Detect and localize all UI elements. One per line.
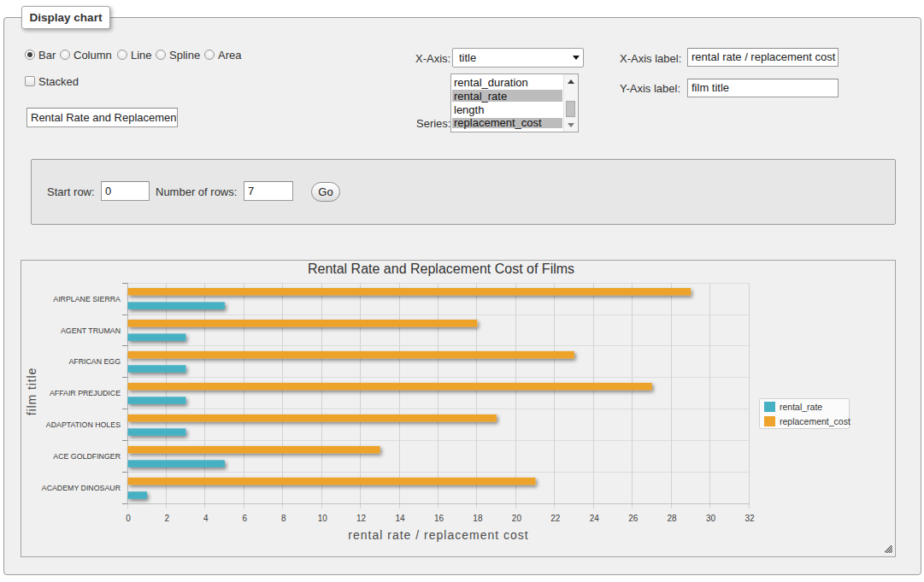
svg-text:Rental Rate and Replacement Co: Rental Rate and Replacement Cost of Film… xyxy=(308,262,574,276)
svg-text:AFRICAN EGG: AFRICAN EGG xyxy=(68,357,121,366)
svg-text:26: 26 xyxy=(628,514,639,523)
svg-text:6: 6 xyxy=(243,514,248,523)
svg-text:8: 8 xyxy=(281,514,286,523)
svg-text:AIRPLANE SIERRA: AIRPLANE SIERRA xyxy=(53,295,121,303)
svg-text:28: 28 xyxy=(668,514,678,523)
svg-text:4: 4 xyxy=(203,514,209,523)
svg-text:replacement_cost: replacement_cost xyxy=(780,416,850,426)
svg-text:film title: film title xyxy=(25,367,38,415)
svg-text:18: 18 xyxy=(473,514,483,523)
svg-text:24: 24 xyxy=(590,514,600,523)
svg-text:20: 20 xyxy=(512,514,522,523)
svg-text:30: 30 xyxy=(706,514,716,523)
svg-text:rental rate / replacement cost: rental rate / replacement cost xyxy=(348,528,528,542)
svg-text:22: 22 xyxy=(550,514,561,523)
svg-text:AFFAIR PREJUDICE: AFFAIR PREJUDICE xyxy=(50,389,121,397)
svg-text:14: 14 xyxy=(396,514,406,523)
svg-text:AGENT TRUMAN: AGENT TRUMAN xyxy=(61,326,121,335)
svg-text:12: 12 xyxy=(356,514,367,523)
svg-text:16: 16 xyxy=(434,514,444,523)
svg-text:rental_rate: rental_rate xyxy=(780,402,822,412)
svg-text:ACADEMY DINOSAUR: ACADEMY DINOSAUR xyxy=(42,484,121,492)
svg-text:2: 2 xyxy=(165,514,170,523)
svg-text:ACE GOLDFINGER: ACE GOLDFINGER xyxy=(53,452,121,461)
svg-text:32: 32 xyxy=(744,514,755,523)
svg-text:0: 0 xyxy=(126,514,131,523)
svg-text:ADAPTATION HOLES: ADAPTATION HOLES xyxy=(46,420,121,429)
svg-text:10: 10 xyxy=(318,514,328,523)
